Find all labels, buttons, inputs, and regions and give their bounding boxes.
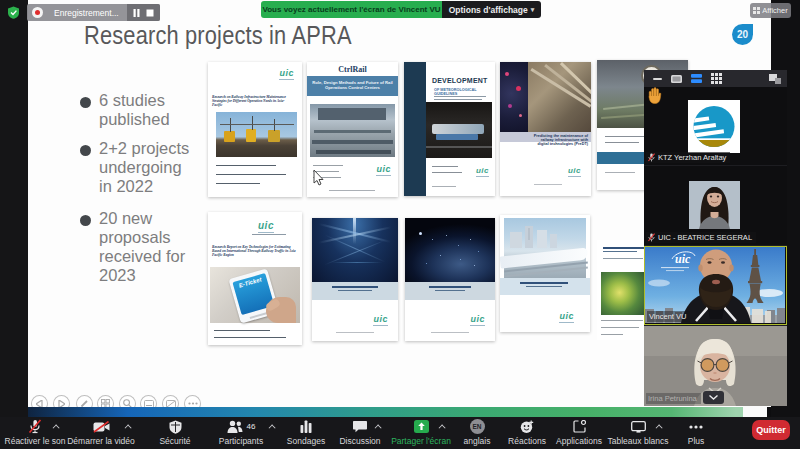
chevron-down-icon: ▾: [531, 6, 535, 14]
video-options-chevron[interactable]: [127, 424, 132, 429]
ktz-logo: [688, 100, 740, 153]
participant-name-chip: UIC - BEATRICE SEGERAL: [646, 232, 756, 243]
recording-dot-icon: [32, 7, 43, 18]
muted-mic-icon: [648, 153, 655, 162]
security-button[interactable]: Sécurité: [145, 418, 205, 446]
video-panel-header: [644, 70, 787, 87]
recording-indicator: Enregistrement...: [27, 4, 160, 21]
slide-bullet-2: 2+2 projects undergoing in 2022: [80, 139, 195, 196]
cover-caption: Predicting the maintenance of railway in…: [530, 134, 588, 146]
participants-chevron[interactable]: [271, 424, 276, 429]
slideshow-all-slides-button[interactable]: [97, 395, 114, 407]
meeting-toolbar: Réactiver le son Démarrer la vidéo Sé: [0, 417, 800, 449]
apps-icon: [573, 420, 586, 433]
polls-button[interactable]: Sondages: [281, 418, 331, 446]
reactions-button[interactable]: Réactions: [502, 418, 552, 446]
slideshow-camera-button[interactable]: [162, 395, 179, 407]
participant-name: Irina Petrunina: [648, 394, 697, 403]
cover-photo: [528, 62, 591, 132]
cover-digital-spaces: uic: [405, 218, 495, 341]
show-panel-label: Afficher: [762, 6, 787, 15]
reactions-label: Réactions: [508, 436, 546, 446]
participant-name: Vincent VU: [649, 312, 686, 321]
recording-label: Enregistrement...: [54, 8, 119, 18]
pause-recording-button[interactable]: [133, 9, 140, 17]
more-button[interactable]: Plus: [676, 418, 716, 446]
slideshow-prev-button[interactable]: [31, 395, 48, 407]
chat-button[interactable]: Discussion: [335, 418, 385, 446]
whiteboards-button[interactable]: Tableaux blancs: [606, 418, 670, 446]
slide-bullet-3: 20 new proposals received for 2023: [80, 209, 195, 285]
phone-label: E-Ticket: [238, 276, 262, 288]
chat-bubble-icon: [353, 420, 367, 433]
more-label: Plus: [688, 436, 705, 446]
participants-button[interactable]: 46 Participants: [211, 418, 271, 446]
strip-view-button[interactable]: [691, 74, 702, 83]
slideshow-next-button[interactable]: [53, 395, 70, 407]
slide-bullet-1: 6 studies published: [80, 91, 195, 129]
slideshow-pen-button[interactable]: [76, 395, 93, 407]
slideshow-captions-button[interactable]: [140, 395, 157, 407]
stop-recording-button[interactable]: [146, 9, 154, 17]
polls-icon: [300, 420, 312, 433]
cover-photo: [500, 62, 528, 132]
cover-photo: [216, 112, 297, 157]
display-options-button[interactable]: Options d'affichage ▾: [442, 1, 541, 18]
unmute-button[interactable]: Réactiver le son: [4, 418, 66, 446]
slideshow-more-button[interactable]: [184, 395, 201, 407]
show-panel-button[interactable]: Afficher: [750, 3, 791, 18]
zoom-window: Research projects in APRA 6 studies publ…: [0, 0, 800, 449]
viewing-screen-banner: Vous voyez actuellement l'écran de Vince…: [261, 1, 442, 18]
share-screen-button[interactable]: Partager l'écran: [388, 418, 454, 446]
cover-photo: [601, 272, 645, 315]
leave-meeting-button[interactable]: Quitter: [752, 420, 790, 440]
participant-name-chip: KTZ Yerzhan Araltay: [646, 152, 730, 163]
security-label: Sécurité: [159, 436, 190, 446]
cover-bigdata: uic: [312, 218, 398, 341]
camera-muted-icon: [93, 421, 110, 433]
raised-hand-icon: [647, 87, 662, 104]
mic-muted-icon: [28, 419, 42, 434]
cover-highspeed: uic: [500, 215, 590, 332]
participants-label: Participants: [219, 436, 263, 446]
minimize-panel-button[interactable]: [653, 78, 662, 80]
apps-button[interactable]: Applications: [550, 418, 608, 446]
slide-title: Research projects in APRA: [84, 20, 554, 51]
gallery-view-button[interactable]: [711, 73, 722, 84]
scroll-tiles-button[interactable]: [703, 391, 724, 404]
bullet-text: 6 studies published: [99, 91, 195, 129]
share-screen-label: Partager l'écran: [391, 436, 451, 446]
popout-panel-button[interactable]: [769, 74, 781, 84]
mic-options-chevron[interactable]: [55, 424, 60, 429]
share-progress-strip: [28, 407, 743, 417]
chat-chevron[interactable]: [377, 424, 382, 429]
cover-subtitle: OF METEOROLOGICAL GUIDELINES: [434, 88, 490, 96]
interpretation-button[interactable]: EN anglais: [452, 418, 502, 446]
participants-icon: [227, 420, 243, 433]
video-tile-vincent[interactable]: uic: [644, 246, 787, 325]
bullet-text: 2+2 projects undergoing in 2022: [99, 139, 195, 196]
slideshow-zoom-button[interactable]: [119, 395, 136, 407]
cover-title: Research Report on Key Technologies for …: [212, 245, 296, 257]
start-video-label: Démarrer la vidéo: [67, 436, 135, 446]
recording-controls: [127, 4, 160, 21]
bullet-marker: [80, 145, 91, 156]
whiteboards-chevron[interactable]: [658, 424, 663, 429]
cover-title: CtrlRail: [338, 65, 366, 74]
whiteboards-label: Tableaux blancs: [608, 436, 669, 446]
participant-name-chip: Vincent VU: [647, 311, 690, 322]
video-tile-beatrice[interactable]: UIC - BEATRICE SEGERAL: [644, 166, 787, 245]
security-shield-icon: [7, 6, 20, 19]
speaker-view-button[interactable]: [671, 75, 682, 83]
apps-label: Applications: [556, 436, 602, 446]
participant-name: KTZ Yerzhan Araltay: [658, 153, 726, 162]
participant-name-chip: Irina Petrunina: [646, 393, 701, 404]
participant-photo: [689, 181, 740, 229]
share-chevron[interactable]: [441, 424, 446, 429]
share-progress-track: [743, 406, 767, 417]
slide-page-badge: 20: [732, 24, 753, 45]
cover-photo: [426, 102, 492, 158]
start-video-button[interactable]: Démarrer la vidéo: [70, 418, 132, 446]
polls-label: Sondages: [287, 436, 325, 446]
video-tile-ktz[interactable]: KTZ Yerzhan Araltay: [644, 87, 787, 165]
